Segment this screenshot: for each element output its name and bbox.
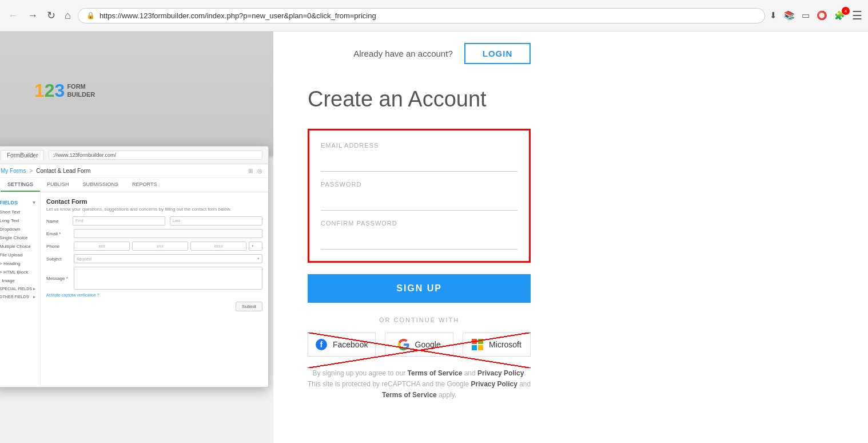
- confirm-label: CONFIRM PASSWORD: [321, 220, 517, 227]
- sidebar-long-text[interactable]: Long Text: [0, 216, 40, 225]
- logo-1: 1: [34, 80, 45, 101]
- legal-line1: By signing up you agree to our Terms of …: [308, 368, 531, 379]
- confirm-password-field-group: CONFIRM PASSWORD: [321, 220, 517, 250]
- browser-tab: FormBuilder: [1, 150, 44, 160]
- url-bar[interactable]: 🔒 https://www.123formbuilder.com/index.p…: [78, 8, 765, 23]
- tab-submissions[interactable]: SUBMISSIONS: [76, 178, 126, 192]
- email-field-group: EMAIL ADDRESS: [321, 142, 517, 172]
- google-button[interactable]: Google: [385, 333, 453, 357]
- sidebar-file-upload[interactable]: File Upload: [0, 251, 40, 259]
- tos-link-2[interactable]: Terms of Service: [382, 391, 437, 399]
- password-label: PASSWORD: [321, 181, 517, 188]
- logo-2: 2: [45, 80, 55, 101]
- sidebar-image[interactable]: Image: [0, 276, 40, 285]
- confirm-password-input[interactable]: [321, 230, 517, 250]
- lock-icon: 🔒: [86, 11, 95, 19]
- password-field-group: PASSWORD: [321, 181, 517, 211]
- legal-line3: Terms of Service apply.: [308, 390, 531, 401]
- sidebar-multiple-choice[interactable]: Multiple Choice: [0, 242, 40, 251]
- browser-url-small: ://www.123formbuilder.com/: [49, 151, 262, 160]
- or-divider: OR CONTINUE WITH: [308, 317, 531, 323]
- tab-publish[interactable]: PUBLISH: [40, 178, 76, 192]
- google-label: Google: [415, 340, 441, 349]
- fb-phone-field: Phone ### ### #### ▾: [46, 242, 262, 251]
- pocket-icon[interactable]: ⭕: [817, 10, 827, 21]
- download-icon[interactable]: ⬇: [770, 10, 777, 21]
- facebook-label: Facebook: [333, 340, 368, 349]
- form-area: Create an Account EMAIL ADDRESS PASSWORD…: [308, 76, 531, 443]
- browser-toolbar: ⬇ 📚 ▭ ⭕ 🧩4 ☰: [770, 9, 862, 22]
- extensions-icon[interactable]: 🧩4: [834, 10, 845, 21]
- top-bar: Already have an account? LOGIN: [308, 31, 531, 76]
- reload-button[interactable]: ↻: [45, 9, 58, 22]
- logo-area: 1 2 3 FORM BUILDER: [34, 80, 95, 101]
- fb-main: Contact Form Let us know your questions,…: [41, 192, 268, 387]
- special-fields-header: SPECIAL FIELDS▸: [0, 285, 40, 293]
- fb-sidebar: FIELDS ▾ Short Text Long Text Dropdown S…: [0, 192, 41, 387]
- legal-line2: This site is protected by reCAPTCHA and …: [308, 379, 531, 390]
- facebook-button[interactable]: f Facebook: [308, 333, 376, 357]
- signup-fields-container: EMAIL ADDRESS PASSWORD CONFIRM PASSWORD: [308, 129, 531, 263]
- fields-section: FIELDS ▾: [0, 197, 40, 208]
- email-input[interactable]: [321, 152, 517, 172]
- login-button[interactable]: LOGIN: [464, 43, 531, 64]
- right-panel: Already have an account? LOGIN Create an…: [273, 31, 565, 443]
- reader-icon[interactable]: ▭: [802, 10, 810, 21]
- fb-submit-btn[interactable]: Submit: [236, 302, 262, 311]
- tab-reports[interactable]: REPORTS: [125, 178, 164, 192]
- microsoft-button[interactable]: Microsoft: [463, 333, 531, 357]
- social-buttons-container: f Facebook Google: [308, 333, 531, 368]
- fb-tabs: SETTINGS PUBLISH SUBMISSIONS REPORTS: [0, 178, 268, 192]
- fb-form-title: Contact Form: [46, 198, 262, 205]
- sidebar-single-choice[interactable]: Single Choice: [0, 234, 40, 242]
- captcha-link[interactable]: Activate captcha verification ?: [46, 293, 262, 297]
- facebook-icon: f: [316, 339, 327, 350]
- home-button[interactable]: ⌂: [62, 10, 73, 22]
- menu-icon[interactable]: ☰: [852, 9, 862, 22]
- sidebar-dropdown[interactable]: Dropdown: [0, 225, 40, 234]
- logo-text: FORM BUILDER: [67, 83, 95, 98]
- fb-body: FIELDS ▾ Short Text Long Text Dropdown S…: [0, 192, 268, 387]
- sidebar-short-text[interactable]: Short Text: [0, 208, 40, 216]
- page-title: Create an Account: [308, 87, 531, 112]
- fb-subject-field: Subject Request ▾: [46, 254, 262, 263]
- tab-settings[interactable]: SETTINGS: [1, 178, 40, 192]
- sidebar-heading[interactable]: > Heading: [0, 259, 40, 268]
- legal-text: By signing up you agree to our Terms of …: [308, 368, 531, 401]
- forward-button[interactable]: →: [25, 10, 40, 22]
- google-icon: [398, 339, 409, 350]
- social-buttons: f Facebook Google: [308, 333, 531, 357]
- sidebar-html-block[interactable]: > HTML Block: [0, 268, 40, 276]
- bookmarks-icon[interactable]: 📚: [784, 10, 795, 21]
- privacy-link[interactable]: Privacy Policy: [477, 369, 524, 377]
- already-text: Already have an account?: [353, 49, 452, 58]
- email-label: EMAIL ADDRESS: [321, 142, 517, 149]
- other-fields-header: OTHER FIELDS▸: [0, 293, 40, 301]
- url-text: https://www.123formbuilder.com/index.php…: [99, 11, 376, 20]
- fb-email-field: Email *: [46, 229, 262, 238]
- microsoft-label: Microsoft: [489, 340, 521, 349]
- fb-name-field: Name First Last: [46, 216, 262, 226]
- signup-button[interactable]: SIGN UP: [308, 274, 531, 303]
- fb-message-field: Message *: [46, 267, 262, 290]
- logo-3: 3: [55, 80, 65, 101]
- back-button[interactable]: ←: [6, 10, 21, 22]
- browser-chrome: ← → ↻ ⌂ 🔒 https://www.123formbuilder.com…: [0, 0, 868, 31]
- password-input[interactable]: [321, 191, 517, 211]
- tos-link[interactable]: Terms of Service: [408, 369, 463, 377]
- fb-form-desc: Let us know your questions, suggestions …: [46, 207, 262, 212]
- microsoft-icon: [472, 339, 483, 350]
- privacy-link-2[interactable]: Privacy Policy: [471, 380, 517, 388]
- fb-breadcrumb: My Forms > Contact & Lead Form ⊞ ◎: [0, 164, 268, 178]
- form-builder-mockup: FormBuilder ://www.123formbuilder.com/ M…: [0, 146, 269, 387]
- left-panel: 1 2 3 FORM BUILDER FormBuilder ://www.12…: [0, 31, 273, 443]
